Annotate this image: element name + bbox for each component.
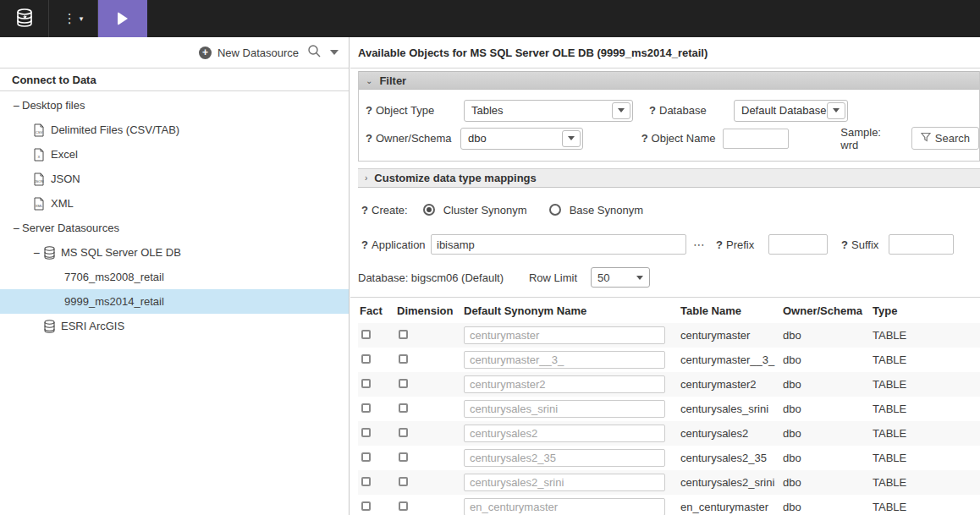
base-synonym-label: Base Synonym — [570, 204, 643, 216]
column-header-dimension: Dimension — [395, 304, 462, 317]
help-icon[interactable]: ? — [638, 132, 652, 145]
tree-item-json[interactable]: JSONJSON — [0, 167, 349, 191]
fact-checkbox[interactable] — [361, 379, 371, 388]
tree-item-server-datasources[interactable]: −Server Datasources — [0, 216, 349, 240]
synonym-name-input[interactable] — [464, 498, 665, 515]
object-type-label: Object Type — [376, 104, 464, 117]
synonym-name-input[interactable] — [464, 474, 665, 491]
data-source-toolbar-button[interactable] — [0, 0, 49, 37]
fact-checkbox[interactable] — [361, 428, 371, 437]
toolbar-kebab-menu[interactable]: ⋮ ▾ — [49, 0, 98, 37]
dimension-checkbox[interactable] — [399, 403, 408, 413]
help-icon[interactable]: ? — [362, 132, 376, 145]
synonym-name-input[interactable] — [464, 351, 665, 369]
synonym-name-input[interactable] — [464, 326, 665, 344]
new-datasource-button[interactable]: + New Datasource — [199, 47, 299, 59]
table-name-cell: centurysales_srini — [679, 403, 781, 415]
column-header-owner: Owner/Schema — [781, 304, 871, 317]
tree-item-excel[interactable]: XExcel — [0, 142, 349, 167]
help-icon[interactable]: ? — [838, 238, 851, 251]
available-objects-title: Available Objects for MS SQL Server OLE … — [350, 37, 980, 68]
dropdown-triangle-icon — [568, 136, 575, 140]
object-name-input[interactable] — [723, 129, 789, 149]
table-row: centurysales2_35 dbo TABLE — [358, 446, 980, 470]
table-row: centurysales2_srini dbo TABLE — [358, 470, 980, 495]
dropdown-caret-icon[interactable] — [330, 50, 339, 55]
search-icon[interactable] — [307, 44, 322, 61]
suffix-input[interactable] — [889, 234, 954, 255]
help-icon[interactable]: ? — [358, 204, 372, 216]
dimension-checkbox[interactable] — [399, 330, 408, 339]
combo-dropdown-button[interactable] — [612, 102, 630, 119]
object-type-combo[interactable]: Tables — [464, 100, 633, 122]
combo-dropdown-button[interactable] — [827, 102, 845, 119]
row-limit-select[interactable]: 50 — [591, 267, 650, 288]
collapse-expander-icon[interactable]: − — [10, 99, 22, 112]
fact-checkbox[interactable] — [361, 403, 371, 413]
collapse-expander-icon[interactable]: − — [30, 246, 42, 260]
synonym-name-input[interactable] — [464, 425, 665, 442]
dimension-checkbox[interactable] — [399, 477, 408, 486]
owner-schema-cell: dbo — [781, 476, 871, 489]
table-row: centurymaster2 dbo TABLE — [358, 372, 980, 397]
fact-checkbox[interactable] — [361, 354, 371, 364]
left-panel: + New Datasource Connect to Data −Deskto… — [0, 37, 350, 515]
dimension-checkbox[interactable] — [399, 501, 408, 511]
filter-section: ⌄ Filter ? Object Type Tables ? Database… — [358, 71, 980, 162]
owner-schema-cell: dbo — [781, 452, 871, 464]
table-name-cell: centurysales2 — [679, 427, 781, 440]
owner-schema-combo[interactable]: dbo — [460, 128, 583, 150]
help-icon[interactable]: ? — [358, 238, 372, 251]
fact-checkbox[interactable] — [361, 452, 371, 462]
fact-checkbox[interactable] — [361, 477, 371, 486]
application-input[interactable] — [431, 234, 686, 255]
plus-circle-icon: + — [199, 47, 212, 59]
help-icon[interactable]: ? — [646, 104, 659, 117]
table-row: centurymaster__3_ dbo TABLE — [358, 348, 980, 372]
tree-item-label: Excel — [51, 148, 78, 161]
dimension-checkbox[interactable] — [399, 452, 408, 462]
database-value: Default Database — [736, 104, 827, 117]
table-name-cell: en_centurymaster — [679, 501, 781, 513]
type-cell: TABLE — [871, 452, 980, 464]
search-button-label: Search — [935, 132, 970, 145]
database-info-text: Database: bigscm06 (Default) — [358, 271, 504, 284]
database-combo[interactable]: Default Database — [734, 100, 848, 122]
customize-mappings-header[interactable]: › Customize data type mappings — [358, 168, 980, 188]
dimension-checkbox[interactable] — [399, 354, 408, 364]
combo-dropdown-button[interactable] — [562, 130, 581, 147]
dimension-checkbox[interactable] — [399, 428, 408, 437]
create-label: Create: — [372, 204, 408, 216]
tree-item-desktop-files[interactable]: −Desktop files — [0, 93, 349, 118]
application-browse-button[interactable]: ⋯ — [693, 238, 706, 251]
column-header-table-name: Table Name — [679, 304, 781, 317]
synonym-name-input[interactable] — [464, 375, 665, 393]
help-icon[interactable]: ? — [362, 104, 376, 117]
customize-mappings-label: Customize data type mappings — [374, 172, 536, 184]
tree-item-delimited-files-csv-tab-[interactable]: CSVDelimited Files (CSV/TAB) — [0, 118, 349, 142]
tree-item-xml[interactable]: XMLXML — [0, 191, 349, 216]
tree-item-9999-ms2014-retail[interactable]: 9999_ms2014_retail — [0, 289, 349, 314]
prefix-input[interactable] — [768, 234, 828, 255]
tree-item-ms-sql-server-ole-db[interactable]: −MS SQL Server OLE DB — [0, 240, 349, 265]
help-icon[interactable]: ? — [713, 238, 726, 251]
xml-file-icon: XML — [32, 197, 46, 211]
synonym-name-input[interactable] — [464, 400, 665, 418]
fact-checkbox[interactable] — [361, 501, 371, 511]
tree-item-esri-arcgis[interactable]: ESRI ArcGIS — [0, 314, 349, 338]
svg-text:XML: XML — [36, 203, 43, 207]
dimension-checkbox[interactable] — [399, 379, 408, 388]
fact-checkbox[interactable] — [361, 330, 371, 339]
collapse-expander-icon[interactable]: − — [10, 222, 22, 235]
objects-table: Fact Dimension Default Synonym Name Tabl… — [358, 298, 980, 515]
sample-text: Sample: wrd — [840, 126, 900, 151]
base-synonym-radio[interactable] — [549, 204, 561, 216]
filter-section-header[interactable]: ⌄ Filter — [359, 71, 979, 90]
type-cell: TABLE — [871, 501, 980, 513]
search-button[interactable]: Search — [911, 127, 979, 150]
tree-item-7706-ms2008-retail[interactable]: 7706_ms2008_retail — [0, 265, 349, 289]
synonym-name-input[interactable] — [464, 449, 665, 467]
application-label: Application — [372, 238, 424, 251]
cluster-synonym-radio[interactable] — [423, 204, 435, 216]
active-tool-tab[interactable] — [98, 0, 147, 37]
